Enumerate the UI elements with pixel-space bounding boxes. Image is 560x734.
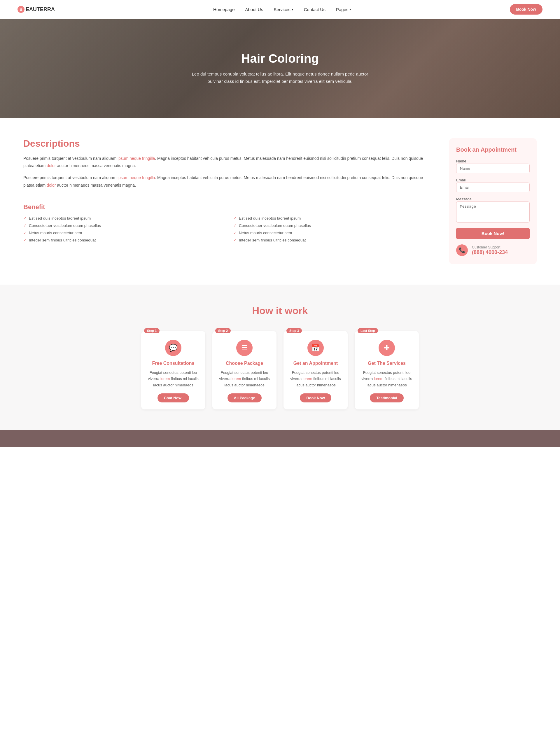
message-input[interactable] <box>456 202 530 223</box>
benefit-item: ✓ Netus mauris consectetur sem <box>23 231 222 235</box>
desc-divider <box>23 196 432 196</box>
benefit-item: ✓ Consectetuer vestibulum quam phasellus <box>23 223 222 228</box>
benefit-item: ✓ Est sed duis inceptos laoreet ipsum <box>23 216 222 221</box>
check-icon: ✓ <box>233 216 237 221</box>
step-link-1[interactable]: lorem <box>160 376 170 381</box>
book-now-button[interactable]: Book Now <box>510 4 543 15</box>
hero-section: Hair Coloring Leo dui tempus conubia vol… <box>0 19 560 118</box>
phone-icon-wrap: 📞 <box>456 244 468 256</box>
steps-row: Step 1 💬 Free Consultations Feugiat sene… <box>17 331 543 409</box>
step-desc-2: Feugiat senectus potenti leo viverra lor… <box>219 369 270 388</box>
all-package-button[interactable]: All Package <box>227 393 262 402</box>
check-icon: ✓ <box>23 216 27 221</box>
support-info: 📞 Customer Support (888) 4000-234 <box>456 244 530 256</box>
step-badge-1: Step 1 <box>144 328 160 333</box>
benefit-item: ✓ Integer sem finibus ultricies consequa… <box>23 238 222 242</box>
services-caret-icon: ▾ <box>292 8 293 11</box>
logo-icon: B <box>17 6 25 13</box>
check-icon: ✓ <box>233 231 237 235</box>
desc-link-1[interactable]: ipsum neque fringilla <box>118 156 155 161</box>
step-card-1: Step 1 💬 Free Consultations Feugiat sene… <box>141 331 205 409</box>
desc-link-3[interactable]: ipsum neque fringilla <box>118 175 155 180</box>
hero-description: Leo dui tempus conubia volutpat tellus a… <box>184 70 376 85</box>
benefit-item: ✓ Consectetuer vestibulum quam phasellus <box>233 223 432 228</box>
step-link-2[interactable]: lorem <box>232 376 241 381</box>
desc-link-4[interactable]: dolor <box>47 183 56 188</box>
check-icon: ✓ <box>23 223 27 228</box>
benefit-columns: ✓ Est sed duis inceptos laoreet ipsum ✓ … <box>23 216 432 245</box>
hero-content: Hair Coloring Leo dui tempus conubia vol… <box>178 52 382 85</box>
nav-pages[interactable]: Pages ▾ <box>336 7 351 12</box>
name-input[interactable] <box>456 164 530 173</box>
calendar-icon: 📅 <box>311 344 320 352</box>
benefit-col-1: ✓ Est sed duis inceptos laoreet ipsum ✓ … <box>23 216 222 245</box>
check-icon: ✓ <box>233 223 237 228</box>
step-card-2: Step 2 ☰ Choose Package Feugiat senectus… <box>212 331 277 409</box>
step-name-1: Free Consultations <box>148 361 199 366</box>
chat-icon: 💬 <box>169 344 178 352</box>
nav-services[interactable]: Services ▾ <box>274 7 293 12</box>
step-card-3: Step 3 📅 Get an Appointment Feugiat sene… <box>283 331 348 409</box>
support-phone: (888) 4000-234 <box>472 249 508 256</box>
desc-para-2: Posuere primis torquent at vestibulum na… <box>23 174 432 189</box>
testimonial-button[interactable]: Testimonial <box>370 393 403 402</box>
list-icon: ☰ <box>241 344 248 352</box>
nav-contact[interactable]: Contact Us <box>304 7 325 12</box>
phone-icon: 📞 <box>459 247 465 254</box>
chat-now-button[interactable]: Chat Now! <box>157 393 189 402</box>
desc-link-2[interactable]: dolor <box>47 163 56 168</box>
step-badge-3: Step 3 <box>286 328 302 333</box>
step-link-3[interactable]: lorem <box>303 376 312 381</box>
email-input[interactable] <box>456 183 530 192</box>
step-desc-1: Feugiat senectus potenti leo viverra lor… <box>148 369 199 388</box>
step-link-4[interactable]: lorem <box>374 376 384 381</box>
support-text-block: Customer Support (888) 4000-234 <box>472 245 508 256</box>
check-icon: ✓ <box>23 238 27 242</box>
benefit-col-2: ✓ Est sed duis inceptos laoreet ipsum ✓ … <box>233 216 432 245</box>
step-name-4: Get The Services <box>361 361 412 366</box>
nav-about[interactable]: About Us <box>245 7 263 12</box>
nav-homepage[interactable]: Homepage <box>213 7 235 12</box>
book-now-step-button[interactable]: Book Now <box>300 393 331 402</box>
message-label: Message <box>456 197 472 201</box>
step-badge-2: Step 2 <box>215 328 231 333</box>
appointment-book-button[interactable]: Book Now! <box>456 228 530 239</box>
benefit-item: ✓ Integer sem finibus ultricies consequa… <box>233 238 432 242</box>
appointment-title: Book an Appointment <box>456 146 530 153</box>
how-it-works-section: How it work Step 1 💬 Free Consultations … <box>0 285 560 430</box>
email-label: Email <box>456 178 466 182</box>
check-icon: ✓ <box>233 238 237 242</box>
step-name-2: Choose Package <box>219 361 270 366</box>
benefit-item: ✓ Netus mauris consectetur sem <box>233 231 432 235</box>
benefit-heading: Benefit <box>23 203 432 211</box>
step-icon-wrap-1: 💬 <box>165 340 181 356</box>
step-badge-4: Last Step <box>358 328 378 333</box>
descriptions-heading: Descriptions <box>23 138 432 149</box>
how-it-works-title: How it work <box>17 305 543 317</box>
descriptions-section: Descriptions Posuere primis torquent at … <box>0 118 560 285</box>
step-name-3: Get an Appointment <box>290 361 341 366</box>
support-label: Customer Support <box>472 245 508 249</box>
check-icon: ✓ <box>23 231 27 235</box>
step-icon-wrap-3: 📅 <box>307 340 324 356</box>
step-desc-3: Feugiat senectus potenti leo viverra lor… <box>290 369 341 388</box>
appointment-card: Book an Appointment Name Email Message B… <box>449 138 537 264</box>
plus-icon: ✚ <box>384 344 390 352</box>
step-icon-wrap-4: ✚ <box>379 340 395 356</box>
pages-caret-icon: ▾ <box>349 8 351 11</box>
benefit-item: ✓ Est sed duis inceptos laoreet ipsum <box>233 216 432 221</box>
navbar: B EAUTERRA Homepage About Us Services ▾ … <box>0 0 560 19</box>
logo-text: EAUTERRA <box>26 6 55 13</box>
step-card-4: Last Step ✚ Get The Services Feugiat sen… <box>355 331 419 409</box>
footer-bar <box>0 430 560 447</box>
descriptions-content: Descriptions Posuere primis torquent at … <box>23 138 432 245</box>
hero-title: Hair Coloring <box>184 52 376 66</box>
step-desc-4: Feugiat senectus potenti leo viverra lor… <box>361 369 412 388</box>
nav-links: Homepage About Us Services ▾ Contact Us … <box>213 7 351 12</box>
name-label: Name <box>456 159 466 163</box>
logo: B EAUTERRA <box>17 6 55 13</box>
step-icon-wrap-2: ☰ <box>236 340 253 356</box>
desc-para-1: Posuere primis torquent at vestibulum na… <box>23 155 432 170</box>
